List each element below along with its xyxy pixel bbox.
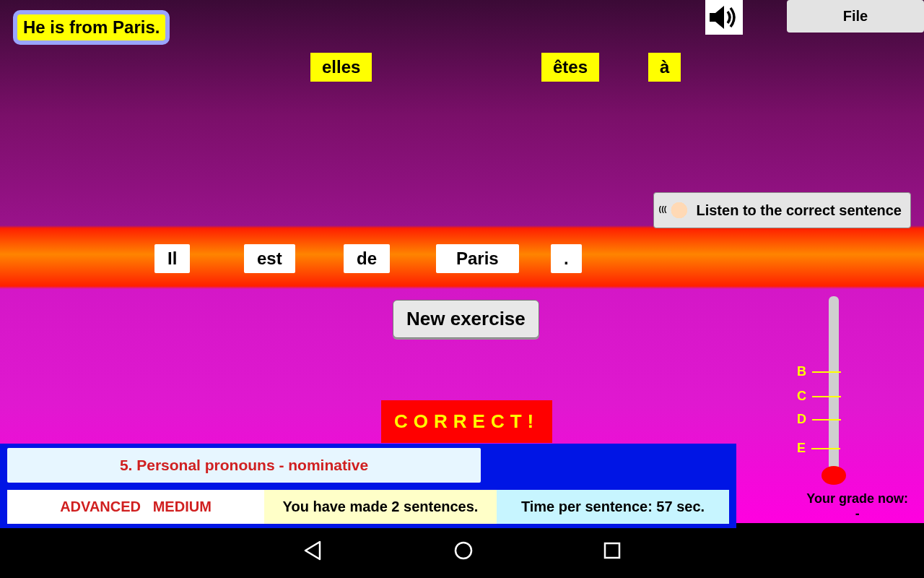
pool-word[interactable]: êtes xyxy=(541,53,599,82)
svg-point-2 xyxy=(456,543,471,558)
level-medium: MEDIUM xyxy=(153,499,212,514)
tick-e: E xyxy=(797,441,840,456)
speaker-button[interactable] xyxy=(705,0,743,35)
grade-thermometer: B C D E xyxy=(829,296,839,480)
back-icon[interactable] xyxy=(302,540,324,561)
svg-rect-3 xyxy=(605,543,619,558)
grade-label: Your grade now: xyxy=(806,491,908,506)
listen-label: Listen to the correct sentence xyxy=(696,202,902,219)
svg-marker-0 xyxy=(710,6,724,29)
answer-word[interactable]: Paris xyxy=(436,244,519,273)
svg-marker-1 xyxy=(305,542,320,559)
answer-word[interactable]: de xyxy=(344,244,390,273)
home-icon[interactable] xyxy=(453,540,474,561)
grade-value: - xyxy=(806,506,908,522)
android-nav-bar xyxy=(0,523,924,578)
level-advanced: ADVANCED xyxy=(60,499,141,514)
answer-word[interactable]: est xyxy=(244,244,295,273)
pace-cell: Time per sentence: 57 sec. xyxy=(497,490,729,524)
answer-word[interactable]: Il xyxy=(154,244,190,273)
level-cell[interactable]: ADVANCED MEDIUM xyxy=(7,490,264,524)
listen-button[interactable]: ((( Listen to the correct sentence xyxy=(653,192,911,228)
thermometer-bulb xyxy=(821,466,846,485)
tick-d: D xyxy=(797,412,841,427)
tick-c: C xyxy=(797,389,841,404)
grade-status: Your grade now: - xyxy=(806,491,908,522)
lesson-title: 5. Personal pronouns - nominative xyxy=(7,448,481,483)
prompt-sentence: He is from Paris. xyxy=(13,10,170,45)
speaker-icon xyxy=(708,3,740,32)
status-panel: 5. Personal pronouns - nominative ADVANC… xyxy=(0,444,736,528)
progress-cell: You have made 2 sentences. xyxy=(264,490,497,524)
answer-word[interactable]: . xyxy=(551,244,582,273)
new-exercise-button[interactable]: New exercise xyxy=(393,300,539,338)
file-button[interactable]: File xyxy=(787,0,924,33)
pool-word[interactable]: à xyxy=(648,53,681,82)
feedback-banner: CORRECT! xyxy=(381,400,552,443)
tick-b: B xyxy=(797,364,841,379)
pool-word[interactable]: elles xyxy=(310,53,372,82)
recent-apps-icon[interactable] xyxy=(603,541,622,560)
face-speaking-icon: ((( xyxy=(663,199,690,222)
